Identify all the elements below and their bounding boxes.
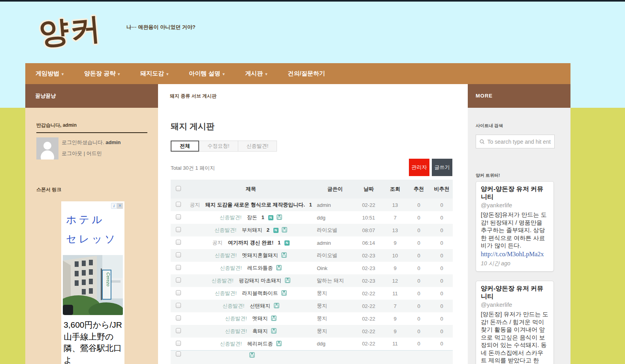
nav-item[interactable]: 양돈장 공략 ▾ <box>84 70 120 77</box>
row-checkbox[interactable] <box>176 328 181 333</box>
table-row[interactable]: 신종발견! 흑돼지 뭉지 02-22 9 0 0 <box>171 325 453 338</box>
column-title: 제목 <box>186 180 316 199</box>
sponsor-heading: 스폰서 링크 <box>36 186 61 193</box>
admin-button[interactable]: 관리자 <box>409 159 429 176</box>
row-checkbox[interactable] <box>176 290 181 295</box>
post-views: 12 <box>383 274 407 287</box>
table-row[interactable]: 신종발견! 선탠돼지 뭉지 02-22 7 0 0 <box>171 300 453 312</box>
post-title[interactable]: 멧돼지 <box>252 315 268 321</box>
admin-link[interactable]: 어드민 <box>87 150 102 156</box>
table-row[interactable]: 신종발견! 부처돼지 2 N 라이오넬 08:07 13 0 0 <box>171 224 453 236</box>
attachment-icon <box>281 252 287 258</box>
row-checkbox[interactable] <box>176 240 181 245</box>
search-input[interactable] <box>487 139 551 145</box>
board-tab[interactable]: 전체 <box>171 141 199 152</box>
link-separator: | <box>84 150 85 156</box>
tweet-account-name[interactable]: 양커-양돈장 유저 커뮤니티 <box>481 285 549 300</box>
post-title[interactable]: 라지블랙화이트 <box>242 290 278 296</box>
post-author: ddg <box>316 338 354 350</box>
advertisement[interactable]: i × ホテル セレッソ <box>61 201 124 364</box>
post-views: 7 <box>383 211 407 224</box>
post-author: ddg <box>316 211 354 224</box>
logout-link[interactable]: 로그아웃 <box>62 150 82 156</box>
table-row[interactable]: 신종발견! 레드와틀종 Oink 02-23 9 0 0 <box>171 262 453 274</box>
nav-item-label: 돼지도감 <box>140 70 164 77</box>
post-author <box>316 350 354 364</box>
write-button[interactable]: 글쓰기 <box>432 159 452 176</box>
post-title[interactable]: 레드와틀종 <box>247 265 273 271</box>
column-views: 조회 <box>383 180 407 199</box>
post-category: 신종발견! <box>211 278 233 283</box>
ad-title-line2: セレッソ <box>66 229 124 249</box>
site-logo[interactable]: 양커 <box>37 8 104 54</box>
table-row[interactable]: 신종발견! 헤리퍼드종 ddg 02-22 11 0 0 <box>171 338 453 350</box>
post-downvotes <box>431 350 453 364</box>
row-checkbox[interactable] <box>176 278 181 283</box>
nav-item[interactable]: 게임방법 ▾ <box>36 70 64 77</box>
attachment-icon <box>271 328 277 334</box>
post-downvotes: 0 <box>431 287 453 300</box>
table-row[interactable]: 공지 여기까지 갱신 완료! 1 N admin 06:14 9 0 0 <box>171 236 453 249</box>
new-post-icon: N <box>273 228 279 233</box>
tweet-account-name[interactable]: 양커-양돈장 유저 커뮤니티 <box>481 185 549 201</box>
ad-body-text[interactable]: 3,600円から/JR山手線上野の隣、鶯谷駅北口よ <box>64 319 123 364</box>
twitter-heading: 양커 트위터! <box>476 173 500 178</box>
post-views: 9 <box>383 236 407 249</box>
post-downvotes: 0 <box>431 300 453 312</box>
post-title[interactable]: 돼지 도감을 새로운 형식으로 제작중입니다. <box>205 202 305 208</box>
post-date <box>354 350 383 364</box>
row-checkbox[interactable] <box>176 341 181 346</box>
post-title[interactable]: 헤리퍼드종 <box>247 341 273 347</box>
tweet-card: 양커-양돈장 유저 커뮤니티 @yankerlife [양돈장] 유저가 만드는… <box>476 281 554 364</box>
table-row[interactable]: 신종발견! 라지블랙화이트 뭉지 02-22 11 0 0 <box>171 287 453 300</box>
ad-title[interactable]: ホテル セレッソ <box>66 210 124 249</box>
table-body: 공지 돼지 도감을 새로운 형식으로 제작중입니다. 1 admin 02-22… <box>171 199 453 364</box>
board-tab[interactable]: 신종발견! <box>238 141 277 152</box>
tweet-link[interactable]: http://t.co/M3ohLpMa2x <box>481 250 549 258</box>
post-title[interactable]: 멧돼지혼혈돼지 <box>242 252 278 258</box>
ad-photo-hotel[interactable]: Cerezo <box>63 255 123 315</box>
board-tab[interactable]: 수정요청! <box>199 141 238 152</box>
post-upvotes: 0 <box>407 211 431 224</box>
post-title[interactable]: 여기까지 갱신 완료! <box>228 240 274 246</box>
post-upvotes: 0 <box>407 249 431 262</box>
row-checkbox[interactable] <box>176 227 181 232</box>
post-views: 7 <box>383 300 407 312</box>
post-title[interactable]: 장돈 <box>247 214 257 220</box>
post-views: 13 <box>383 199 407 211</box>
row-checkbox[interactable] <box>176 202 181 207</box>
tweet-handle[interactable]: @yankerlife <box>481 301 549 308</box>
nav-item[interactable]: 돼지도감 ▾ <box>140 70 168 77</box>
nav-item[interactable]: 게시판 ▾ <box>245 70 267 77</box>
tweet-handle[interactable]: @yankerlife <box>481 202 549 208</box>
post-title[interactable]: 선탠돼지 <box>250 303 270 309</box>
search-icon <box>480 139 484 144</box>
post-title[interactable]: 흑돼지 <box>252 328 268 334</box>
nav-item[interactable]: 아이템 설명 ▾ <box>189 70 224 77</box>
tweet-card: 양커-양돈장 유저 커뮤니티 @yankerlife [양돈장]유저가 만드는 … <box>476 181 554 272</box>
select-all-checkbox[interactable] <box>176 186 181 191</box>
post-title[interactable]: 부처돼지 <box>242 227 262 233</box>
row-checkbox[interactable] <box>176 315 181 321</box>
table-row[interactable]: 신종발견! 장돈 1 N ddg 10:51 7 0 0 <box>171 211 453 224</box>
row-checkbox[interactable] <box>176 265 181 270</box>
post-date: 10:51 <box>354 211 383 224</box>
table-row[interactable]: 신종발견! 멧돼지혼혈돼지 라이오넬 02-23 10 0 0 <box>171 249 453 262</box>
table-row[interactable]: 공지 돼지 도감을 새로운 형식으로 제작중입니다. 1 admin 02-22… <box>171 199 453 211</box>
main-content: 돼지 게시판 전체수정요청!신종발견! Total 30건 1 페이지 관리자 … <box>158 108 468 364</box>
post-title[interactable]: 평강돼지 마초돼지 <box>239 278 282 283</box>
row-checkbox[interactable] <box>176 303 181 308</box>
row-checkbox[interactable] <box>176 351 181 356</box>
row-checkbox[interactable] <box>176 252 181 257</box>
nav-item[interactable]: 건의/질문하기 <box>288 70 325 77</box>
row-checkbox[interactable] <box>176 214 181 220</box>
subheader-left-label: 꿀냥꿀냥 <box>25 84 158 108</box>
table-row[interactable]: 신종발견! 멧돼지 뭉지 02-22 9 0 0 <box>171 312 453 325</box>
ad-close-icon[interactable]: × <box>117 203 123 209</box>
tweet-timestamp[interactable]: 10 시간 ago <box>481 260 549 267</box>
post-category: 신종발견! <box>220 341 242 347</box>
table-row[interactable]: 신종발견! 평강돼지 마초돼지 말하는 돼지 02-23 12 0 0 <box>171 274 453 287</box>
ad-info-icon[interactable]: i <box>111 203 117 209</box>
table-row[interactable] <box>171 350 453 364</box>
post-category: 공지 <box>212 240 222 246</box>
